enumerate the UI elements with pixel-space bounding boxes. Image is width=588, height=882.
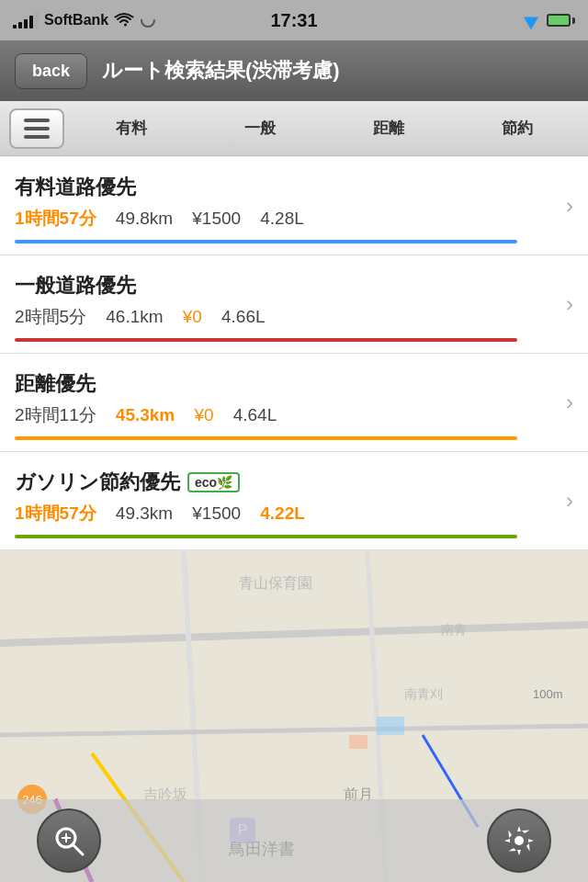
svg-text:100m: 100m [533,687,563,701]
route-toolbar: 有料 一般 距離 節約 [0,101,588,156]
route-details-distance: 2時間11分 45.3km ¥0 4.64L [15,403,573,427]
carrier-info: SoftBank [13,12,156,28]
tab-save[interactable]: 節約 [456,108,579,149]
location-icon [524,11,542,30]
settings-button[interactable] [487,808,551,873]
route-item-distance[interactable]: 距離優先 2時間11分 45.3km ¥0 4.64L › [0,354,588,452]
route-item-normal[interactable]: 一般道路優先 2時間5分 46.1km ¥0 4.66L › [0,255,588,354]
page-title: ルート検索結果(渋滞考慮) [102,57,573,85]
route-item-eco[interactable]: ガソリン節約優先 eco🌿 1時間57分 49.3km ¥1500 4.22L … [0,452,588,550]
tab-list[interactable] [9,108,64,149]
loading-icon [140,12,156,28]
route-list: 有料道路優先 1時間57分 49.8km ¥1500 4.28L › 一般道路優… [0,156,588,550]
chevron-icon: › [566,291,573,317]
svg-rect-14 [349,735,368,749]
carrier-label: SoftBank [44,12,108,28]
route-details-eco: 1時間57分 49.3km ¥1500 4.22L [15,502,573,526]
svg-rect-23 [24,127,50,130]
bottom-toolbar [0,799,588,882]
list-icon [24,119,50,139]
route-bar-distance [15,436,517,440]
svg-point-21 [141,14,154,27]
route-title-eco: ガソリン節約優先 eco🌿 [15,469,573,496]
route-details-toll: 1時間57分 49.8km ¥1500 4.28L [15,207,573,231]
route-details-normal: 2時間5分 46.1km ¥0 4.66L [15,305,573,329]
search-icon [52,824,85,857]
svg-text:南青刈: 南青刈 [404,686,443,701]
tab-distance[interactable]: 距離 [327,108,450,149]
route-item-toll[interactable]: 有料道路優先 1時間57分 49.8km ¥1500 4.28L › [0,156,588,255]
status-right [526,13,575,28]
search-button[interactable] [37,808,101,873]
route-title-distance: 距離優先 [15,370,573,398]
route-bar-eco [15,535,517,538]
tab-normal[interactable]: 一般 [198,108,322,149]
svg-rect-13 [377,717,404,735]
status-bar: SoftBank 17:31 [0,0,588,40]
signal-icon [13,12,39,28]
svg-point-29 [514,836,524,845]
svg-text:青山保育園: 青山保育園 [239,575,312,591]
nav-bar: back ルート検索結果(渋滞考慮) [0,40,588,101]
svg-rect-24 [24,135,50,139]
route-bar-toll [15,240,517,243]
wifi-icon [114,12,134,28]
chevron-icon: › [566,488,573,514]
wrench-icon [503,824,536,857]
eco-badge: eco🌿 [187,472,240,492]
tab-tolled[interactable]: 有料 [70,108,193,149]
svg-text:南青: 南青 [441,622,467,637]
route-bar-normal [15,338,517,342]
route-title-toll: 有料道路優先 [15,174,573,201]
battery-icon [547,14,575,27]
back-button[interactable]: back [15,53,87,89]
chevron-icon: › [566,390,573,415]
svg-rect-22 [24,119,50,122]
chevron-icon: › [566,193,573,219]
svg-line-26 [73,844,83,854]
status-time: 17:31 [270,10,317,31]
route-title-normal: 一般道路優先 [15,272,573,300]
